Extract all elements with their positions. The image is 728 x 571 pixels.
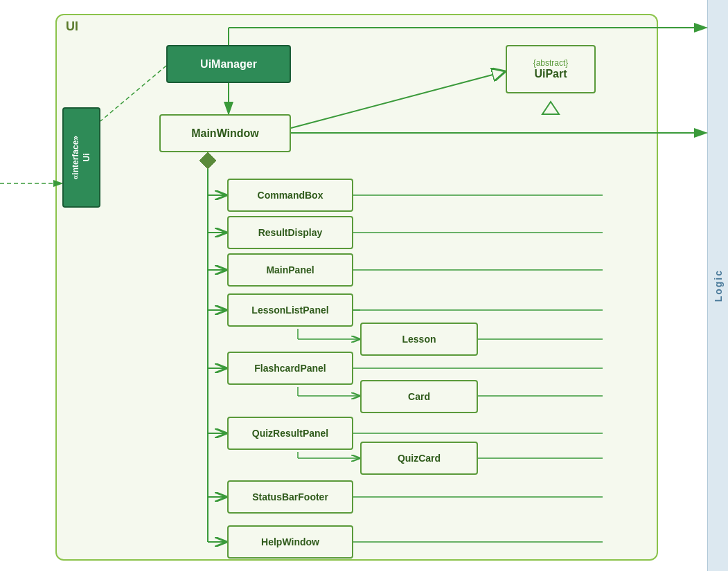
mainwindow-box: MainWindow (159, 114, 291, 152)
helpwindow-label: HelpWindow (261, 536, 319, 547)
resultdisplay-box: ResultDisplay (227, 216, 353, 249)
ui-interface-label: «interface»Ui (71, 136, 92, 179)
statusbarfooter-box: StatusBarFooter (227, 480, 353, 514)
ui-interface-box: «interface»Ui (62, 107, 100, 208)
uimanager-label: UiManager (200, 58, 257, 71)
ui-panel-label: UI (66, 19, 78, 34)
commandbox-label: CommandBox (258, 190, 323, 201)
statusbarfooter-label: StatusBarFooter (252, 491, 328, 502)
card-box: Card (360, 380, 478, 413)
quizcard-label: QuizCard (398, 453, 441, 464)
commandbox-box: CommandBox (227, 179, 353, 212)
resultdisplay-label: ResultDisplay (258, 227, 323, 238)
diagram-container: Logic UI (0, 0, 728, 571)
logic-panel: Logic (707, 0, 728, 571)
lessonlistpanel-label: LessonListPanel (251, 305, 328, 316)
quizcard-box: QuizCard (360, 442, 478, 475)
lesson-box: Lesson (360, 323, 478, 356)
mainpanel-box: MainPanel (227, 253, 353, 287)
mainwindow-label: MainWindow (191, 127, 259, 140)
quizresultpanel-box: QuizResultPanel (227, 417, 353, 450)
helpwindow-box: HelpWindow (227, 525, 353, 559)
uipart-box: {abstract} UiPart (506, 45, 596, 93)
lessonlistpanel-box: LessonListPanel (227, 293, 353, 327)
flashcardpanel-label: FlashcardPanel (254, 363, 326, 374)
logic-label: Logic (713, 269, 724, 302)
lesson-label: Lesson (402, 334, 436, 345)
flashcardpanel-box: FlashcardPanel (227, 352, 353, 385)
card-label: Card (408, 391, 430, 402)
quizresultpanel-label: QuizResultPanel (252, 428, 328, 439)
uipart-label: UiPart (534, 68, 567, 80)
mainpanel-label: MainPanel (266, 264, 314, 275)
uipart-abstract: {abstract} (533, 58, 569, 68)
ui-panel (55, 14, 658, 561)
uimanager-box: UiManager (166, 45, 291, 83)
